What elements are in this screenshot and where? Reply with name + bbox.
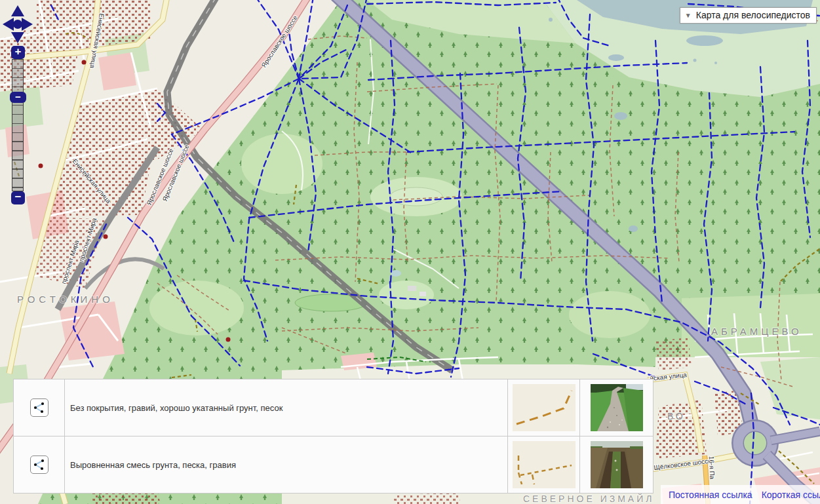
- legend-panel: Без покрытия, гравий, хорошо укатанный г…: [13, 379, 654, 494]
- layer-switcher[interactable]: ▼ Карта для велосипедистов: [680, 7, 817, 24]
- dirt-track-photo: [591, 441, 643, 488]
- zoom-out-button[interactable]: −: [11, 191, 25, 204]
- route-profile-icon: [32, 457, 47, 472]
- street-label: 16-я Па: [708, 456, 716, 480]
- layer-switcher-label: Карта для велосипедистов: [696, 10, 810, 20]
- legend-line-sample: [508, 436, 580, 493]
- legend-photo-cell: [580, 379, 653, 436]
- legend-icon-cell: [14, 379, 65, 436]
- district-label-rostokino: РОСТОКИНО: [17, 294, 114, 305]
- shortlink-link[interactable]: Короткая ссылка: [762, 490, 820, 500]
- short-dash-brown-line-sample: [513, 441, 576, 488]
- district-label-abramtsevo: АБРАМЦЕВО: [711, 326, 802, 337]
- pan-right-button[interactable]: [22, 18, 33, 31]
- pan-up-button[interactable]: [11, 5, 24, 16]
- gravel-road-photo: [591, 384, 643, 431]
- legend-row-description: Выровненная смесь грунта, песка, гравия: [65, 436, 508, 493]
- permalink-link[interactable]: Постоянная ссылка: [669, 490, 752, 500]
- route-profile-icon-button[interactable]: [30, 398, 49, 417]
- route-profile-icon: [32, 400, 47, 415]
- route-profile-icon-button[interactable]: [30, 456, 49, 474]
- zoom-in-button[interactable]: +: [11, 46, 25, 59]
- district-label-severnoye: СЕВЕРНОЕ ИЗМАЙЛ: [523, 493, 654, 504]
- zoom-slider-track[interactable]: [12, 59, 24, 191]
- legend-row: Выровненная смесь грунта, песка, гравия: [14, 436, 653, 493]
- pan-compass: [3, 5, 33, 43]
- legend-row: Без покрытия, гравий, хорошо укатанный г…: [14, 379, 653, 436]
- pan-center-button[interactable]: [13, 20, 22, 29]
- app-window: Енисейская улица Енисейская улица Яросла…: [0, 0, 820, 504]
- legend-photo-cell: [580, 436, 653, 493]
- dropdown-arrow-icon: ▼: [685, 12, 692, 19]
- district-label-vo: ВО: [667, 411, 686, 421]
- links-bar: Постоянная ссылка Короткая ссылка: [661, 485, 820, 504]
- legend-row-description: Без покрытия, гравий, хорошо укатанный г…: [65, 379, 508, 436]
- map-navigation-controls: + − −: [3, 5, 33, 43]
- legend-icon-cell: [14, 436, 65, 493]
- legend-line-sample: [508, 379, 580, 436]
- long-dash-brown-line-sample: [513, 384, 576, 431]
- pan-left-button[interactable]: [3, 18, 14, 31]
- pan-down-button[interactable]: [11, 32, 24, 43]
- zoom-slider-handle[interactable]: −: [10, 92, 26, 103]
